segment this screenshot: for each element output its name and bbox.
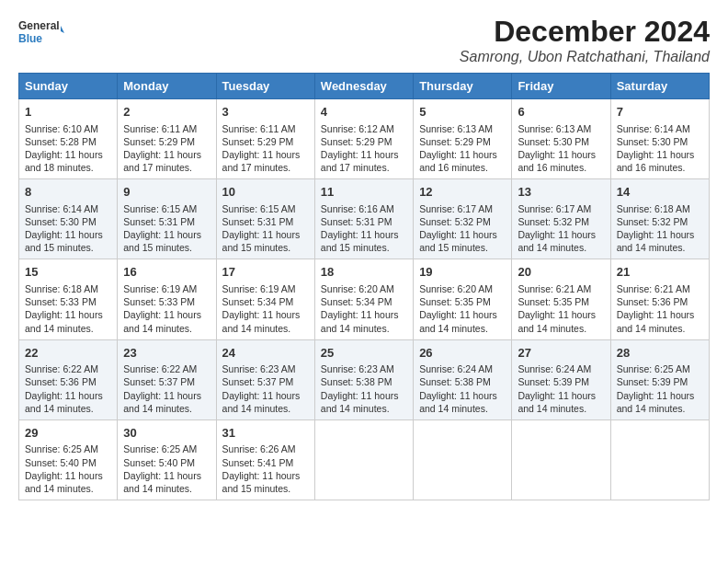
sunrise-text: Sunrise: 6:25 AM [25,443,98,454]
calendar-cell: 5Sunrise: 6:13 AMSunset: 5:29 PMDaylight… [414,99,512,179]
sunset-text: Sunset: 5:30 PM [25,216,97,227]
day-number: 17 [222,264,309,281]
sunrise-text: Sunrise: 6:23 AM [321,363,394,374]
daylight-text: Daylight: 11 hours and 15 minutes. [222,470,301,494]
calendar-cell [610,419,709,500]
sunrise-text: Sunrise: 6:11 AM [222,123,296,134]
calendar-table: SundayMondayTuesdayWednesdayThursdayFrid… [18,73,710,500]
sunrise-text: Sunrise: 6:19 AM [123,283,197,294]
calendar-cell: 2Sunrise: 6:11 AMSunset: 5:29 PMDaylight… [118,99,216,179]
week-row-1: 1Sunrise: 6:10 AMSunset: 5:28 PMDaylight… [19,99,710,179]
sunrise-text: Sunrise: 6:20 AM [419,283,493,294]
daylight-text: Daylight: 11 hours and 14 minutes. [419,390,497,414]
day-number: 21 [617,264,703,281]
daylight-text: Daylight: 11 hours and 16 minutes. [419,149,497,173]
sunrise-text: Sunrise: 6:21 AM [518,283,591,294]
sunset-text: Sunset: 5:38 PM [419,376,491,387]
daylight-text: Daylight: 11 hours and 14 minutes. [518,390,596,414]
calendar-cell: 4Sunrise: 6:12 AMSunset: 5:29 PMDaylight… [314,99,413,179]
day-number: 10 [222,184,309,201]
daylight-text: Daylight: 11 hours and 14 minutes. [617,229,695,253]
column-header-friday: Friday [512,74,610,99]
sunset-text: Sunset: 5:30 PM [617,136,688,147]
sunset-text: Sunset: 5:29 PM [419,136,491,147]
sunrise-text: Sunrise: 6:10 AM [25,123,98,134]
calendar-cell: 1Sunrise: 6:10 AMSunset: 5:28 PMDaylight… [19,99,118,179]
sunset-text: Sunset: 5:36 PM [617,296,688,307]
daylight-text: Daylight: 11 hours and 14 minutes. [419,309,497,333]
day-number: 13 [518,184,604,201]
sunset-text: Sunset: 5:29 PM [123,136,195,147]
title-area: December 2024 Samrong, Ubon Ratchathani,… [460,15,710,65]
daylight-text: Daylight: 11 hours and 14 minutes. [25,309,103,333]
daylight-text: Daylight: 11 hours and 15 minutes. [419,229,497,253]
sunset-text: Sunset: 5:33 PM [25,296,97,307]
day-number: 14 [617,184,703,201]
calendar-cell: 29Sunrise: 6:25 AMSunset: 5:40 PMDayligh… [19,419,118,500]
daylight-text: Daylight: 11 hours and 17 minutes. [321,149,399,173]
calendar-cell: 30Sunrise: 6:25 AMSunset: 5:40 PMDayligh… [118,419,216,500]
sunset-text: Sunset: 5:34 PM [222,296,294,307]
day-number: 12 [419,184,506,201]
column-header-thursday: Thursday [414,74,512,99]
day-number: 28 [617,345,703,362]
sunrise-text: Sunrise: 6:22 AM [25,363,98,374]
sunrise-text: Sunrise: 6:11 AM [123,123,197,134]
svg-text:General: General [18,19,60,32]
sunset-text: Sunset: 5:32 PM [419,216,491,227]
sunrise-text: Sunrise: 6:18 AM [25,283,98,294]
sunset-text: Sunset: 5:33 PM [123,296,195,307]
daylight-text: Daylight: 11 hours and 14 minutes. [321,309,399,333]
page-subtitle: Samrong, Ubon Ratchathani, Thailand [460,49,710,65]
calendar-cell: 12Sunrise: 6:17 AMSunset: 5:32 PMDayligh… [414,179,512,259]
sunset-text: Sunset: 5:29 PM [222,136,294,147]
calendar-cell [314,419,413,500]
sunrise-text: Sunrise: 6:23 AM [222,363,296,374]
sunset-text: Sunset: 5:35 PM [518,296,589,307]
daylight-text: Daylight: 11 hours and 17 minutes. [222,149,301,173]
sunrise-text: Sunrise: 6:20 AM [321,283,394,294]
calendar-cell: 21Sunrise: 6:21 AMSunset: 5:36 PMDayligh… [610,259,709,339]
day-number: 7 [617,104,703,121]
daylight-text: Daylight: 11 hours and 14 minutes. [25,390,103,414]
calendar-cell: 3Sunrise: 6:11 AMSunset: 5:29 PMDaylight… [216,99,314,179]
page-title: December 2024 [460,15,710,49]
calendar-cell: 26Sunrise: 6:24 AMSunset: 5:38 PMDayligh… [414,339,512,419]
day-number: 18 [321,264,407,281]
sunrise-text: Sunrise: 6:15 AM [123,203,197,214]
column-header-monday: Monday [118,74,216,99]
week-row-3: 15Sunrise: 6:18 AMSunset: 5:33 PMDayligh… [19,259,710,339]
sunset-text: Sunset: 5:30 PM [518,136,589,147]
sunrise-text: Sunrise: 6:14 AM [617,123,690,134]
sunset-text: Sunset: 5:31 PM [123,216,195,227]
day-number: 1 [25,104,111,121]
day-number: 11 [321,184,407,201]
calendar-cell: 9Sunrise: 6:15 AMSunset: 5:31 PMDaylight… [118,179,216,259]
sunrise-text: Sunrise: 6:13 AM [419,123,493,134]
day-number: 2 [123,104,210,121]
day-number: 29 [25,425,111,442]
calendar-cell: 18Sunrise: 6:20 AMSunset: 5:34 PMDayligh… [314,259,413,339]
daylight-text: Daylight: 11 hours and 14 minutes. [518,229,596,253]
day-number: 15 [25,264,111,281]
calendar-cell: 7Sunrise: 6:14 AMSunset: 5:30 PMDaylight… [610,99,709,179]
calendar-cell [414,419,512,500]
sunset-text: Sunset: 5:29 PM [321,136,392,147]
daylight-text: Daylight: 11 hours and 18 minutes. [25,149,103,173]
daylight-text: Daylight: 11 hours and 14 minutes. [25,470,103,494]
calendar-cell: 25Sunrise: 6:23 AMSunset: 5:38 PMDayligh… [314,339,413,419]
calendar-cell: 22Sunrise: 6:22 AMSunset: 5:36 PMDayligh… [19,339,118,419]
sunset-text: Sunset: 5:37 PM [123,376,195,387]
calendar-cell: 17Sunrise: 6:19 AMSunset: 5:34 PMDayligh… [216,259,314,339]
logo: General Blue [18,15,64,52]
sunset-text: Sunset: 5:40 PM [25,457,97,468]
daylight-text: Daylight: 11 hours and 14 minutes. [617,390,695,414]
calendar-cell: 8Sunrise: 6:14 AMSunset: 5:30 PMDaylight… [19,179,118,259]
daylight-text: Daylight: 11 hours and 16 minutes. [617,149,695,173]
sunset-text: Sunset: 5:32 PM [617,216,688,227]
logo-svg: General Blue [18,15,64,52]
calendar-cell: 27Sunrise: 6:24 AMSunset: 5:39 PMDayligh… [512,339,610,419]
day-number: 9 [123,184,210,201]
sunrise-text: Sunrise: 6:22 AM [123,363,197,374]
column-header-tuesday: Tuesday [216,74,314,99]
